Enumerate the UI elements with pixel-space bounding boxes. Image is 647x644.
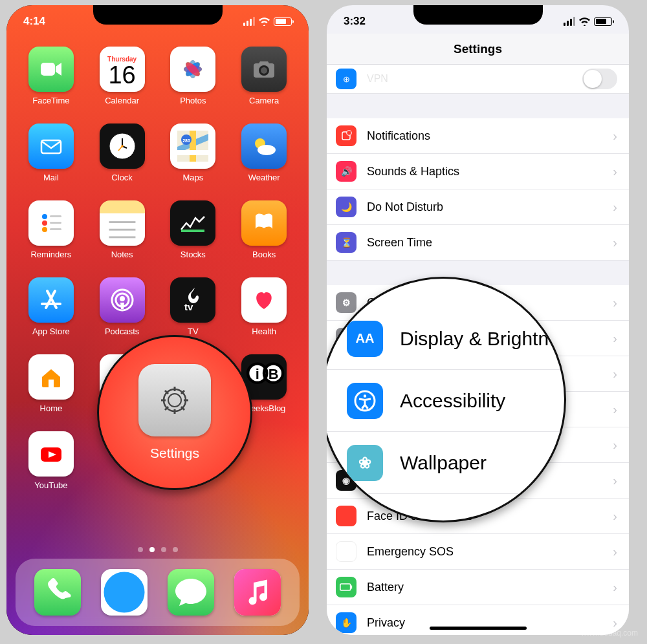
row-notifications[interactable]: Notifications› — [327, 118, 629, 154]
app-camera[interactable]: Camera — [235, 47, 293, 121]
row-vpn[interactable]: ⊕ VPN — [327, 65, 629, 94]
phone-settings-screen: 3:32 Settings ⊕ VPN Notifications› 🔊Soun… — [327, 5, 629, 635]
svg-rect-76 — [351, 586, 353, 589]
magnifier-accessibility: AADisplay & Brightness Accessibility ❀Wa… — [327, 277, 566, 522]
battery-icon — [594, 17, 612, 26]
app-weather[interactable]: Weather — [235, 123, 293, 198]
phone-home-screen: 4:14 FaceTime Thursday16Calendar Photos … — [6, 5, 309, 635]
notch — [413, 5, 543, 25]
photos-icon — [170, 47, 215, 92]
mail-icon — [28, 123, 74, 169]
svg-rect-28 — [50, 222, 61, 224]
svg-point-25 — [42, 220, 47, 226]
app-maps[interactable]: 280Maps — [164, 123, 223, 198]
vpn-toggle[interactable] — [582, 69, 617, 89]
chevron-right-icon: › — [613, 129, 617, 144]
books-icon — [241, 200, 287, 246]
maps-icon: 280 — [170, 123, 215, 169]
watermark: www.deuaq.com — [581, 628, 638, 638]
chevron-right-icon: › — [613, 331, 617, 346]
home-indicator[interactable] — [430, 627, 527, 630]
app-mail[interactable]: Mail — [22, 123, 80, 198]
svg-text:i: i — [256, 366, 259, 382]
row-screentime[interactable]: ⏳Screen Time› — [327, 225, 629, 261]
dnd-icon: 🌙 — [336, 197, 356, 217]
magnifier-settings: Settings — [97, 335, 252, 490]
tv-icon: tv — [170, 277, 215, 323]
magnifier-label: Settings — [150, 445, 199, 461]
status-indicators — [243, 17, 292, 26]
svg-point-24 — [42, 214, 47, 219]
app-clock[interactable]: Clock — [93, 123, 151, 198]
svg-rect-75 — [340, 584, 351, 590]
app-health[interactable]: Health — [235, 277, 293, 352]
chevron-right-icon: › — [613, 235, 617, 250]
svg-rect-30 — [109, 221, 135, 223]
general-icon: ⚙ — [336, 292, 356, 313]
svg-point-18 — [121, 145, 124, 147]
row-battery[interactable]: Battery› — [327, 570, 629, 605]
page-dots[interactable] — [6, 547, 309, 552]
app-home[interactable]: Home — [22, 354, 80, 429]
vpn-icon: ⊕ — [336, 69, 356, 89]
wallpaper-icon: ❀ — [347, 445, 383, 481]
wifi-icon — [259, 17, 270, 26]
app-stocks[interactable]: Stocks — [164, 200, 223, 275]
app-photos[interactable]: Photos — [164, 47, 223, 121]
app-youtube[interactable]: YouTube — [22, 431, 80, 506]
dock-app-phone[interactable] — [34, 569, 81, 616]
row-sounds[interactable]: 🔊Sounds & Haptics› — [327, 154, 629, 189]
row-sos[interactable]: SOSEmergency SOS› — [327, 534, 629, 570]
zoom-row-display[interactable]: AADisplay & Brightness — [327, 308, 564, 370]
stocks-icon — [170, 200, 215, 246]
zoom-row-accessibility[interactable]: Accessibility — [327, 370, 564, 432]
svg-rect-32 — [109, 236, 135, 238]
podcasts-icon — [100, 277, 145, 323]
wifi-icon — [579, 17, 590, 26]
app-calendar[interactable]: Thursday16Calendar — [93, 47, 151, 121]
chevron-right-icon: › — [613, 200, 617, 215]
settings-icon-zoomed — [138, 364, 211, 436]
svg-text:B: B — [269, 366, 279, 382]
dock-app-safari[interactable] — [101, 569, 148, 616]
health-icon — [241, 277, 287, 323]
appstore-icon — [28, 277, 74, 323]
app-podcasts[interactable]: Podcasts — [93, 277, 151, 352]
app-appstore[interactable]: App Store — [22, 277, 80, 352]
screentime-icon: ⏳ — [336, 232, 356, 253]
chevron-right-icon: › — [613, 402, 617, 417]
svg-rect-29 — [50, 228, 61, 230]
dock — [16, 559, 300, 626]
chevron-right-icon: › — [613, 367, 617, 381]
chevron-right-icon: › — [613, 580, 617, 595]
svg-point-38 — [120, 296, 125, 301]
row-dnd[interactable]: 🌙Do Not Disturb› — [327, 189, 629, 225]
app-books[interactable]: Books — [235, 200, 293, 275]
svg-point-62 — [168, 394, 181, 407]
cellular-signal-icon — [564, 17, 575, 26]
camera-icon — [241, 47, 287, 92]
status-indicators — [564, 17, 612, 26]
privacy-icon: ✋ — [336, 612, 356, 633]
calendar-icon: Thursday16 — [100, 47, 145, 92]
dock-app-music[interactable] — [234, 569, 281, 616]
app-facetime[interactable]: FaceTime — [22, 47, 80, 121]
svg-rect-60 — [234, 569, 281, 616]
svg-rect-40 — [49, 380, 54, 387]
notifications-icon — [336, 125, 356, 146]
zoom-row-wallpaper[interactable]: ❀Wallpaper — [327, 432, 564, 494]
chevron-right-icon: › — [613, 438, 617, 453]
app-reminders[interactable]: Reminders — [22, 200, 80, 275]
cellular-signal-icon — [243, 17, 255, 26]
youtube-icon — [28, 431, 74, 477]
home-icon — [28, 354, 74, 400]
dock-app-messages[interactable] — [168, 569, 214, 616]
nav-title: Settings — [327, 34, 629, 65]
app-notes[interactable]: Notes — [93, 200, 151, 275]
notch — [93, 5, 223, 25]
svg-point-72 — [347, 131, 352, 136]
chevron-right-icon: › — [613, 473, 617, 488]
svg-rect-31 — [109, 229, 135, 231]
display-icon: AA — [347, 321, 383, 357]
svg-rect-27 — [50, 215, 61, 217]
